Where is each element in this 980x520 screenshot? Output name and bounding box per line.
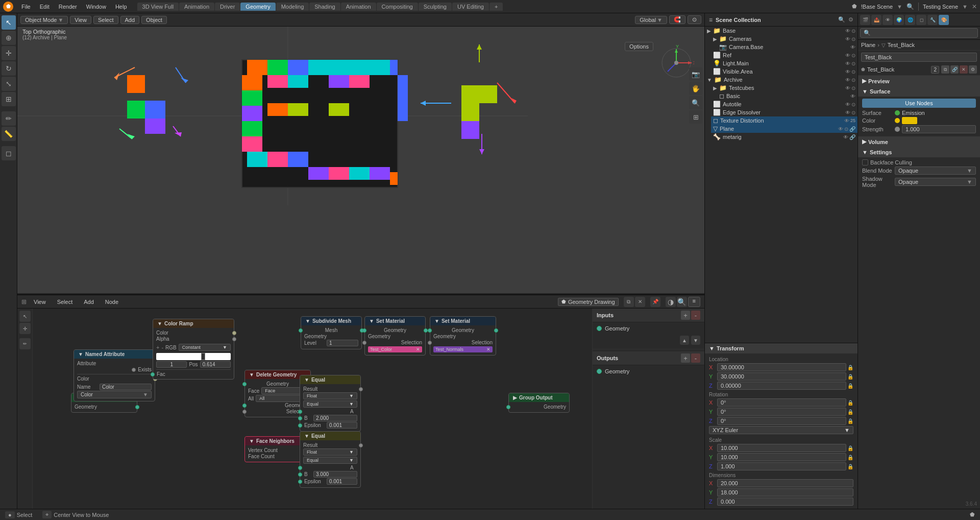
- base-sel[interactable]: ⊙: [851, 28, 855, 34]
- object-menu[interactable]: Object: [141, 16, 167, 24]
- inputs-up[interactable]: ▲: [680, 336, 689, 345]
- dim-x-val[interactable]: 20.000: [717, 479, 853, 487]
- mat-breadcrumb-name[interactable]: Test_Black: [888, 42, 915, 48]
- light-sel[interactable]: ⊙: [851, 61, 855, 66]
- outliner-sort[interactable]: ⚙: [848, 16, 853, 23]
- strength-val[interactable]: 1.000: [902, 125, 976, 133]
- basic-vis[interactable]: 👁: [850, 93, 855, 99]
- eq1-b-val[interactable]: 2.000: [313, 415, 357, 421]
- dim-z-val[interactable]: 0.000: [717, 498, 853, 506]
- outliner-item-archive[interactable]: ▼ 📁 Archive 👁⊙: [705, 76, 857, 84]
- ne-select[interactable]: Select: [53, 298, 77, 306]
- ws-sculpting[interactable]: Sculpting: [419, 3, 452, 11]
- plane-sel[interactable]: ⊙: [844, 126, 848, 132]
- tc-vis[interactable]: 👁: [845, 85, 850, 91]
- transform-panel-header[interactable]: ▼ Transform: [705, 343, 857, 353]
- blend-mode-dropdown[interactable]: Opaque ▼: [895, 167, 976, 175]
- scale-y-lock[interactable]: 🔒: [847, 455, 853, 460]
- ne-copy-btn[interactable]: ⧉: [624, 297, 634, 307]
- ne-node[interactable]: Node: [101, 298, 122, 306]
- ws-driver[interactable]: Driver: [215, 3, 240, 11]
- global-btn[interactable]: Global▼: [635, 16, 667, 24]
- mat-nodes-link[interactable]: 🔗: [950, 65, 959, 74]
- eq1-eps-val[interactable]: 0.001: [327, 422, 357, 429]
- tool-measure[interactable]: 📏: [2, 127, 16, 141]
- rot-z-lock[interactable]: 🔒: [847, 418, 853, 424]
- node-set-material-1[interactable]: ▼ Set Material Geometry Geometry: [364, 316, 426, 356]
- va-vis[interactable]: 👁: [845, 69, 850, 75]
- ws-3dview[interactable]: 3D View Full: [137, 3, 179, 11]
- ne-close-btn[interactable]: ✕: [635, 297, 645, 307]
- color-ramp-bar[interactable]: [156, 353, 231, 360]
- grid-btn[interactable]: ⊞: [689, 110, 702, 124]
- sm2-mat-field[interactable]: Test_Normals ✕: [433, 346, 493, 352]
- arch-vis[interactable]: 👁: [845, 77, 850, 83]
- na-type-dropdown[interactable]: Color▼: [77, 391, 152, 398]
- loc-y-lock[interactable]: 🔒: [847, 374, 853, 380]
- node-named-attr[interactable]: ▼ Named Attribute Attribute Exists: [74, 349, 155, 401]
- loc-x-lock[interactable]: 🔒: [847, 365, 853, 370]
- ref-vis[interactable]: 👁: [845, 53, 850, 58]
- prop-view[interactable]: 👁: [883, 15, 893, 25]
- ws-animation[interactable]: Animation: [179, 3, 214, 11]
- backface-checkbox[interactable]: [862, 159, 868, 166]
- use-nodes-btn[interactable]: Use Nodes: [862, 99, 976, 108]
- tool-add-cube[interactable]: ◻: [2, 146, 16, 160]
- mat-nodes-settings[interactable]: ⚙: [969, 65, 977, 74]
- shadow-mode-dropdown[interactable]: Opaque ▼: [895, 178, 976, 186]
- rot-x-val[interactable]: 0°: [717, 398, 846, 407]
- ws-uv[interactable]: UV Editing: [452, 3, 489, 11]
- add-menu[interactable]: Add: [120, 16, 140, 24]
- prop-scene[interactable]: 🌍: [894, 15, 904, 25]
- sm2-mat-remove[interactable]: ✕: [486, 347, 491, 352]
- outputs-add-btn[interactable]: +: [681, 353, 690, 363]
- tool-annotate[interactable]: ✏: [2, 111, 16, 126]
- rot-x-lock[interactable]: 🔒: [847, 400, 853, 406]
- ne-pin-btn[interactable]: 📌: [650, 297, 660, 307]
- prop-render[interactable]: 🎬: [860, 15, 870, 25]
- loc-z-val[interactable]: 0.00000: [717, 382, 846, 390]
- outliner-item-base[interactable]: ▶ 📁 Base 👁 ⊙: [705, 27, 857, 35]
- scale-z-val[interactable]: 1.000: [717, 462, 846, 470]
- outliner-item-autotile[interactable]: ⬜ Autotile 👁⊙: [711, 100, 857, 108]
- loc-y-val[interactable]: 30.00000: [717, 372, 846, 381]
- na-name-val[interactable]: Color: [100, 384, 152, 390]
- tool-cursor[interactable]: ⊕: [2, 31, 16, 45]
- surface-header[interactable]: ▼ Surface: [858, 86, 980, 97]
- outliner-item-ref[interactable]: ⬜ Ref 👁⊙: [711, 51, 857, 59]
- prop-modifier[interactable]: 🔧: [927, 15, 938, 25]
- tool-transform[interactable]: ⊞: [2, 92, 16, 106]
- mat-nodes-copy[interactable]: ⧉: [941, 65, 949, 74]
- ws-add[interactable]: +: [489, 3, 503, 11]
- menu-edit[interactable]: Edit: [36, 3, 54, 11]
- inputs-down[interactable]: ▼: [691, 336, 700, 345]
- ne-annotate[interactable]: ✏: [19, 338, 31, 349]
- rot-z-val[interactable]: 0°: [717, 417, 846, 425]
- ne-add[interactable]: Add: [80, 298, 98, 306]
- rotation-mode-dropdown[interactable]: XYZ Euler ▼: [709, 426, 853, 434]
- sm1-mat-field[interactable]: Test_Color ✕: [368, 346, 422, 352]
- outliner-item-camera-base[interactable]: 📷 Camera.Base 👁: [717, 43, 857, 51]
- sub-level-val[interactable]: 1: [327, 340, 358, 346]
- eq1-mode-dropdown[interactable]: Equal▼: [303, 400, 357, 408]
- prop-output[interactable]: 📤: [871, 15, 881, 25]
- scale-x-val[interactable]: 10.000: [717, 444, 846, 452]
- eq2-type-dropdown[interactable]: Float▼: [303, 448, 357, 456]
- loc-z-lock[interactable]: 🔒: [847, 383, 853, 389]
- cb-vis[interactable]: 👁: [850, 44, 855, 50]
- prop-world[interactable]: 🌐: [905, 15, 915, 25]
- plane-breadcrumb[interactable]: Plane: [861, 42, 875, 48]
- sm1-mat-remove[interactable]: ✕: [416, 347, 420, 352]
- va-sel[interactable]: ⊙: [851, 69, 855, 75]
- arch-sel[interactable]: ⊙: [851, 77, 855, 83]
- tool-rotate[interactable]: ↻: [2, 61, 16, 76]
- light-vis[interactable]: 👁: [845, 61, 850, 66]
- node-group-output[interactable]: ▶ Group Output Geometry: [508, 393, 570, 413]
- camera-btn[interactable]: 📷: [689, 67, 702, 81]
- mr-link[interactable]: 🔗: [849, 134, 855, 140]
- ed-sel[interactable]: ⊙: [851, 110, 855, 115]
- outliner-item-metarig[interactable]: 🦴 metarig 👁 🔗: [711, 133, 857, 141]
- color-swatch[interactable]: [902, 117, 917, 124]
- ws-animation2[interactable]: Animation: [341, 3, 376, 11]
- node-equal-1[interactable]: ▼ Equal Result Float▼: [300, 375, 361, 432]
